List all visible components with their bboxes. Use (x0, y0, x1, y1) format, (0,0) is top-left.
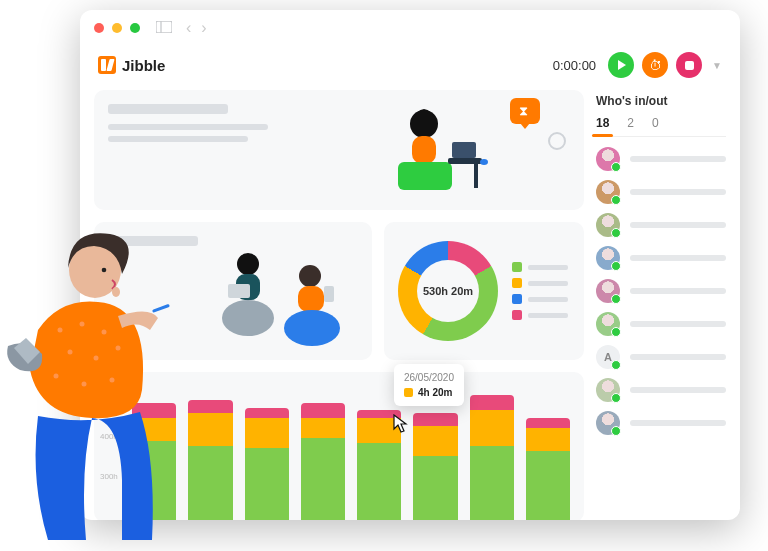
legend-item (512, 278, 568, 288)
summary-line-placeholder (108, 136, 248, 142)
person-name-placeholder (630, 387, 726, 393)
person-row[interactable] (596, 246, 726, 270)
svg-rect-14 (298, 286, 324, 312)
legend-swatch-icon (512, 278, 522, 288)
svg-rect-7 (474, 164, 478, 188)
nav-forward-icon[interactable]: › (201, 19, 206, 37)
svg-point-19 (112, 287, 120, 297)
avatar (596, 213, 620, 237)
svg-rect-6 (452, 142, 476, 158)
close-window-button[interactable] (94, 23, 104, 33)
break-icon: ⏱ (649, 58, 662, 73)
side-title: Who's in/out (596, 94, 726, 108)
legend-item (512, 262, 568, 272)
legend-swatch-icon (512, 262, 522, 272)
svg-point-13 (299, 265, 321, 287)
avatar (596, 147, 620, 171)
avatar (596, 180, 620, 204)
person-row[interactable] (596, 147, 726, 171)
person-name-placeholder (630, 189, 726, 195)
minimize-window-button[interactable] (112, 23, 122, 33)
avatar (596, 378, 620, 402)
svg-point-9 (237, 253, 259, 275)
svg-point-22 (102, 330, 107, 335)
person-row[interactable] (596, 279, 726, 303)
tab-mid[interactable]: 2 (627, 116, 634, 130)
avatar (596, 411, 620, 435)
timer-more-icon[interactable]: ▼ (712, 60, 722, 71)
person-row[interactable] (596, 213, 726, 237)
svg-point-27 (82, 382, 87, 387)
logo[interactable]: Jibble (98, 56, 165, 74)
tooltip-date: 26/05/2020 (404, 372, 454, 383)
person-row[interactable] (596, 312, 726, 336)
bar[interactable] (245, 408, 289, 520)
bar[interactable] (413, 413, 457, 520)
person-name-placeholder (630, 288, 726, 294)
break-timer-button[interactable]: ⏱ (642, 52, 668, 78)
svg-rect-5 (448, 158, 482, 164)
donut-legend (512, 262, 568, 320)
donut-center-label: 530h 20m (423, 285, 473, 297)
legend-swatch-icon (512, 294, 522, 304)
svg-point-20 (58, 328, 63, 333)
person-name-placeholder (630, 354, 726, 360)
person-name-placeholder (630, 222, 726, 228)
person-row[interactable]: A (596, 345, 726, 369)
avatar (596, 246, 620, 270)
legend-label-placeholder (528, 297, 568, 302)
avatar (596, 279, 620, 303)
window-titlebar: ‹ › (80, 10, 740, 46)
svg-rect-0 (156, 21, 172, 33)
logo-mark-icon (98, 56, 116, 74)
stop-timer-button[interactable] (676, 52, 702, 78)
legend-swatch-icon (512, 310, 522, 320)
timer-controls: 0:00:00 ⏱ ▼ (553, 52, 722, 78)
maximize-window-button[interactable] (130, 23, 140, 33)
svg-rect-4 (398, 162, 452, 190)
person-row[interactable] (596, 180, 726, 204)
hourglass-icon: ⧗ (519, 103, 528, 119)
nav-back-icon[interactable]: ‹ (186, 19, 191, 37)
legend-item (512, 294, 568, 304)
person-name-placeholder (630, 255, 726, 261)
avatar (596, 312, 620, 336)
person-row[interactable] (596, 411, 726, 435)
bar[interactable] (526, 418, 570, 520)
svg-point-24 (94, 356, 99, 361)
svg-point-18 (102, 268, 107, 273)
people-list: A (596, 147, 726, 435)
start-timer-button[interactable] (608, 52, 634, 78)
play-icon (618, 60, 626, 70)
summary-line-placeholder (108, 124, 268, 130)
tab-out[interactable]: 0 (652, 116, 659, 130)
sidebar-toggle-icon[interactable] (156, 19, 172, 37)
timer-value: 0:00:00 (553, 58, 596, 73)
svg-point-26 (54, 374, 59, 379)
summary-card: ⧗ (94, 90, 584, 210)
svg-rect-12 (228, 284, 250, 298)
svg-point-25 (116, 346, 121, 351)
bar[interactable] (301, 403, 345, 520)
donut-chart: 530h 20m (398, 241, 498, 341)
bar[interactable] (188, 400, 232, 520)
svg-point-11 (222, 300, 274, 336)
svg-rect-29 (152, 304, 170, 313)
bar[interactable] (470, 395, 514, 520)
svg-point-8 (480, 159, 488, 165)
tab-in[interactable]: 18 (596, 116, 609, 130)
donut-card: 530h 20m (384, 222, 584, 360)
foreground-person-illustration (0, 220, 175, 540)
person-row[interactable] (596, 378, 726, 402)
legend-label-placeholder (528, 313, 568, 318)
summary-title-placeholder (108, 104, 228, 114)
svg-point-28 (110, 378, 115, 383)
bar-tooltip: 26/05/2020 4h 20m (394, 364, 464, 406)
side-tabs: 18 2 0 (596, 116, 726, 137)
summary-text-block (108, 104, 268, 148)
stop-icon (685, 61, 694, 70)
person-name-placeholder (630, 321, 726, 327)
svg-point-21 (80, 322, 85, 327)
person-name-placeholder (630, 420, 726, 426)
avatar: A (596, 345, 620, 369)
